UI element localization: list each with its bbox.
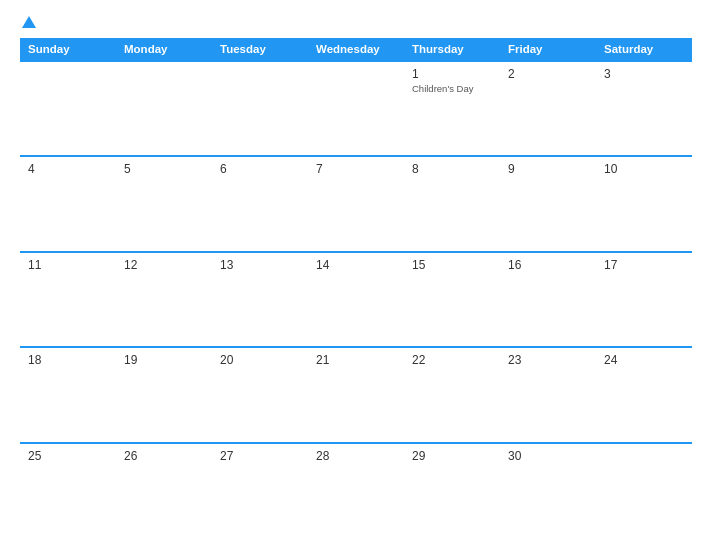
calendar-cell: 5 (116, 156, 212, 251)
weekday-header: Thursday (404, 38, 500, 61)
day-number: 7 (316, 162, 396, 176)
day-number: 15 (412, 258, 492, 272)
day-number: 21 (316, 353, 396, 367)
calendar-cell: 24 (596, 347, 692, 442)
calendar-cell: 4 (20, 156, 116, 251)
day-number: 1 (412, 67, 492, 81)
calendar-cell: 6 (212, 156, 308, 251)
calendar-week-row: 11121314151617 (20, 252, 692, 347)
calendar-cell: 15 (404, 252, 500, 347)
day-number: 27 (220, 449, 300, 463)
calendar-page: SundayMondayTuesdayWednesdayThursdayFrid… (0, 0, 712, 550)
calendar-cell: 21 (308, 347, 404, 442)
calendar-body: 1Children's Day2345678910111213141516171… (20, 61, 692, 538)
day-number: 30 (508, 449, 588, 463)
calendar-cell: 22 (404, 347, 500, 442)
logo (20, 18, 36, 28)
calendar-week-row: 45678910 (20, 156, 692, 251)
day-number: 8 (412, 162, 492, 176)
day-number: 25 (28, 449, 108, 463)
calendar-cell: 7 (308, 156, 404, 251)
calendar-week-row: 18192021222324 (20, 347, 692, 442)
day-number: 19 (124, 353, 204, 367)
calendar-cell: 30 (500, 443, 596, 538)
calendar-cell: 9 (500, 156, 596, 251)
calendar-cell: 19 (116, 347, 212, 442)
calendar-cell: 26 (116, 443, 212, 538)
calendar-week-row: 252627282930 (20, 443, 692, 538)
calendar-cell (116, 61, 212, 156)
calendar-cell: 18 (20, 347, 116, 442)
day-number: 16 (508, 258, 588, 272)
weekday-header: Sunday (20, 38, 116, 61)
day-number: 17 (604, 258, 684, 272)
calendar-cell: 29 (404, 443, 500, 538)
weekday-header: Monday (116, 38, 212, 61)
day-number: 4 (28, 162, 108, 176)
calendar-cell: 28 (308, 443, 404, 538)
calendar-cell (308, 61, 404, 156)
calendar-cell: 13 (212, 252, 308, 347)
day-number: 13 (220, 258, 300, 272)
day-number: 14 (316, 258, 396, 272)
day-number: 10 (604, 162, 684, 176)
calendar-header-row: SundayMondayTuesdayWednesdayThursdayFrid… (20, 38, 692, 61)
calendar-cell (20, 61, 116, 156)
calendar-cell (596, 443, 692, 538)
calendar-cell: 2 (500, 61, 596, 156)
calendar-cell: 17 (596, 252, 692, 347)
day-number: 12 (124, 258, 204, 272)
calendar-cell: 25 (20, 443, 116, 538)
calendar-cell: 16 (500, 252, 596, 347)
calendar-cell: 12 (116, 252, 212, 347)
day-number: 18 (28, 353, 108, 367)
day-number: 20 (220, 353, 300, 367)
calendar-cell: 3 (596, 61, 692, 156)
calendar-cell: 23 (500, 347, 596, 442)
weekday-header: Friday (500, 38, 596, 61)
weekday-header: Wednesday (308, 38, 404, 61)
day-number: 2 (508, 67, 588, 81)
calendar-week-row: 1Children's Day23 (20, 61, 692, 156)
day-number: 3 (604, 67, 684, 81)
day-number: 24 (604, 353, 684, 367)
event-label: Children's Day (412, 83, 492, 94)
day-number: 9 (508, 162, 588, 176)
calendar-cell: 14 (308, 252, 404, 347)
day-number: 5 (124, 162, 204, 176)
day-number: 28 (316, 449, 396, 463)
calendar-cell: 10 (596, 156, 692, 251)
day-number: 26 (124, 449, 204, 463)
calendar-cell: 1Children's Day (404, 61, 500, 156)
day-number: 23 (508, 353, 588, 367)
weekday-header: Saturday (596, 38, 692, 61)
calendar-cell: 27 (212, 443, 308, 538)
calendar-cell (212, 61, 308, 156)
calendar-cell: 8 (404, 156, 500, 251)
calendar-cell: 11 (20, 252, 116, 347)
calendar-table: SundayMondayTuesdayWednesdayThursdayFrid… (20, 38, 692, 538)
logo-triangle-icon (22, 16, 36, 28)
day-number: 6 (220, 162, 300, 176)
day-number: 22 (412, 353, 492, 367)
header (20, 18, 692, 28)
weekday-header: Tuesday (212, 38, 308, 61)
calendar-cell: 20 (212, 347, 308, 442)
day-number: 11 (28, 258, 108, 272)
day-number: 29 (412, 449, 492, 463)
